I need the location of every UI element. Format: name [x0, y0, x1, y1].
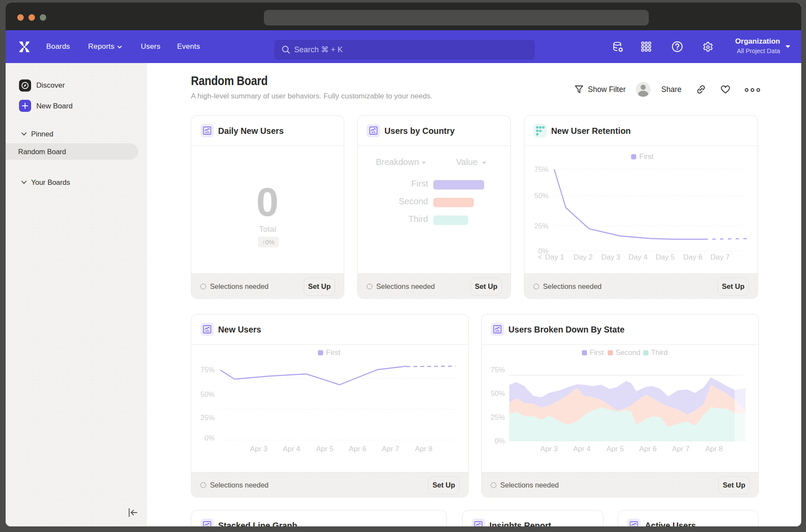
svg-text:Day 2: Day 2 [574, 253, 593, 261]
svg-text:Third: Third [651, 348, 668, 357]
svg-text:50%: 50% [534, 192, 549, 200]
svg-text:Apr 7: Apr 7 [382, 445, 400, 453]
svg-text:Apr 5: Apr 5 [606, 445, 624, 453]
svg-text:Day 6: Day 6 [683, 253, 702, 261]
svg-text:Second: Second [616, 348, 641, 357]
svg-text:Apr 3: Apr 3 [540, 445, 558, 453]
svg-text:75%: 75% [491, 366, 505, 374]
svg-text:Day 1: Day 1 [545, 253, 564, 261]
svg-text:Day 7: Day 7 [711, 253, 730, 261]
svg-text:First: First [639, 152, 654, 161]
svg-text:Apr 5: Apr 5 [316, 445, 334, 453]
svg-text:Apr 4: Apr 4 [573, 445, 591, 453]
svg-text:50%: 50% [200, 390, 215, 398]
svg-text:Apr 4: Apr 4 [283, 445, 301, 453]
svg-text:25%: 25% [534, 222, 549, 230]
svg-text:Apr 3: Apr 3 [250, 445, 268, 453]
svg-text:Apr 6: Apr 6 [349, 445, 367, 453]
svg-text:<: < [538, 253, 542, 261]
svg-text:First: First [590, 348, 604, 357]
svg-text:75%: 75% [534, 165, 549, 173]
svg-text:First: First [326, 348, 340, 357]
svg-text:Day 4: Day 4 [628, 253, 647, 261]
svg-text:Apr 6: Apr 6 [639, 445, 657, 453]
svg-text:25%: 25% [491, 413, 505, 421]
svg-text:0%: 0% [495, 437, 505, 445]
svg-text:Day 5: Day 5 [656, 253, 675, 261]
svg-text:75%: 75% [200, 366, 215, 374]
svg-text:Day 3: Day 3 [601, 253, 620, 261]
svg-text:50%: 50% [491, 390, 505, 397]
svg-text:Apr 7: Apr 7 [672, 445, 690, 453]
svg-text:25%: 25% [200, 414, 215, 421]
svg-text:Apr 8: Apr 8 [705, 445, 723, 453]
svg-text:0%: 0% [204, 434, 215, 442]
svg-text:Apr 8: Apr 8 [415, 445, 433, 453]
